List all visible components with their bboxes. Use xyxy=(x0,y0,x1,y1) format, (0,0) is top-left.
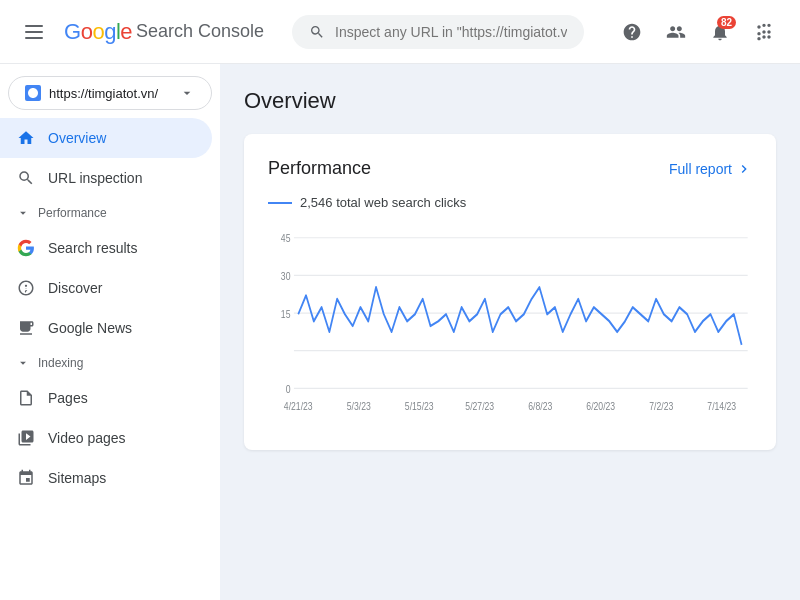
svg-text:45: 45 xyxy=(281,232,291,245)
apps-button[interactable] xyxy=(744,12,784,52)
svg-rect-0 xyxy=(25,25,43,27)
header: Google Search Console xyxy=(0,0,800,64)
svg-text:6/20/23: 6/20/23 xyxy=(586,399,615,412)
search-bar-icon xyxy=(309,24,325,40)
pages-icon xyxy=(16,388,36,408)
performance-card-header: Performance Full report xyxy=(268,158,752,179)
full-report-label: Full report xyxy=(669,161,732,177)
sidebar-section-label: Performance xyxy=(38,206,107,220)
sidebar-item-pages[interactable]: Pages xyxy=(0,378,212,418)
video-icon xyxy=(16,428,36,448)
collapse-icon xyxy=(16,356,30,370)
help-button[interactable] xyxy=(612,12,652,52)
collapse-icon xyxy=(16,206,30,220)
news-icon xyxy=(16,318,36,338)
svg-text:7/2/23: 7/2/23 xyxy=(649,399,673,412)
product-name: Search Console xyxy=(136,21,264,42)
discover-icon xyxy=(16,278,36,298)
header-actions: 82 xyxy=(612,12,784,52)
svg-text:6/8/23: 6/8/23 xyxy=(528,399,552,412)
sidebar-item-label: Pages xyxy=(48,390,88,406)
account-button[interactable] xyxy=(656,12,696,52)
sidebar-item-label: Discover xyxy=(48,280,102,296)
notifications-button[interactable]: 82 xyxy=(700,12,740,52)
svg-text:0: 0 xyxy=(286,383,291,396)
sidebar-item-sitemaps[interactable]: Sitemaps xyxy=(0,458,212,498)
sidebar-item-label: Search results xyxy=(48,240,137,256)
url-inspection-bar[interactable] xyxy=(292,15,584,49)
sidebar-item-label: Video pages xyxy=(48,430,126,446)
performance-card: Performance Full report 2,546 total web … xyxy=(244,134,776,450)
sidebar-nav: Overview URL inspection Pe xyxy=(0,118,220,498)
page-title: Overview xyxy=(244,88,776,114)
sidebar-section-label: Indexing xyxy=(38,356,83,370)
site-selector-dropdown-icon xyxy=(179,85,195,101)
menu-button[interactable] xyxy=(16,14,52,50)
search-icon xyxy=(16,168,36,188)
sidebar-item-search-results[interactable]: Search results xyxy=(0,228,212,268)
sidebar-item-label: Sitemaps xyxy=(48,470,106,486)
svg-rect-1 xyxy=(25,31,43,33)
google-logo: Google xyxy=(64,19,132,45)
sidebar-section-indexing[interactable]: Indexing xyxy=(0,348,220,378)
metric-legend: 2,546 total web search clicks xyxy=(268,195,752,210)
svg-text:5/3/23: 5/3/23 xyxy=(347,399,371,412)
performance-chart: 45 30 15 0 4/21/23 5/3/23 5/15/23 5/27/2… xyxy=(268,226,752,426)
sidebar-item-label: URL inspection xyxy=(48,170,142,186)
chevron-right-icon xyxy=(736,161,752,177)
sidebar-item-label: Overview xyxy=(48,130,106,146)
site-selector[interactable]: https://timgiatot.vn/ xyxy=(8,76,212,110)
sidebar-item-overview[interactable]: Overview xyxy=(0,118,212,158)
site-favicon xyxy=(25,85,41,101)
svg-text:5/15/23: 5/15/23 xyxy=(405,399,434,412)
google-icon xyxy=(16,238,36,258)
svg-text:4/21/23: 4/21/23 xyxy=(284,399,313,412)
legend-line xyxy=(268,202,292,204)
url-search-input[interactable] xyxy=(335,24,567,40)
notification-count: 82 xyxy=(717,16,736,29)
sidebar-item-label: Google News xyxy=(48,320,132,336)
sidebar: https://timgiatot.vn/ Overview xyxy=(0,64,220,600)
content-area: Overview Performance Full report 2,546 t… xyxy=(220,64,800,600)
full-report-link[interactable]: Full report xyxy=(669,161,752,177)
sidebar-item-google-news[interactable]: Google News xyxy=(0,308,212,348)
metric-label: 2,546 total web search clicks xyxy=(300,195,466,210)
svg-text:7/14/23: 7/14/23 xyxy=(707,399,736,412)
svg-text:30: 30 xyxy=(281,270,291,283)
sidebar-item-url-inspection[interactable]: URL inspection xyxy=(0,158,212,198)
home-icon xyxy=(16,128,36,148)
svg-text:15: 15 xyxy=(281,308,291,321)
svg-rect-2 xyxy=(25,37,43,39)
svg-text:5/27/23: 5/27/23 xyxy=(465,399,494,412)
site-url: https://timgiatot.vn/ xyxy=(49,86,171,101)
sidebar-item-video-pages[interactable]: Video pages xyxy=(0,418,212,458)
chart-container: 45 30 15 0 4/21/23 5/3/23 5/15/23 5/27/2… xyxy=(268,226,752,426)
sidebar-section-performance[interactable]: Performance xyxy=(0,198,220,228)
main-layout: https://timgiatot.vn/ Overview xyxy=(0,64,800,600)
performance-card-title: Performance xyxy=(268,158,371,179)
sitemap-icon xyxy=(16,468,36,488)
logo: Google Search Console xyxy=(64,19,264,45)
sidebar-item-discover[interactable]: Discover xyxy=(0,268,212,308)
